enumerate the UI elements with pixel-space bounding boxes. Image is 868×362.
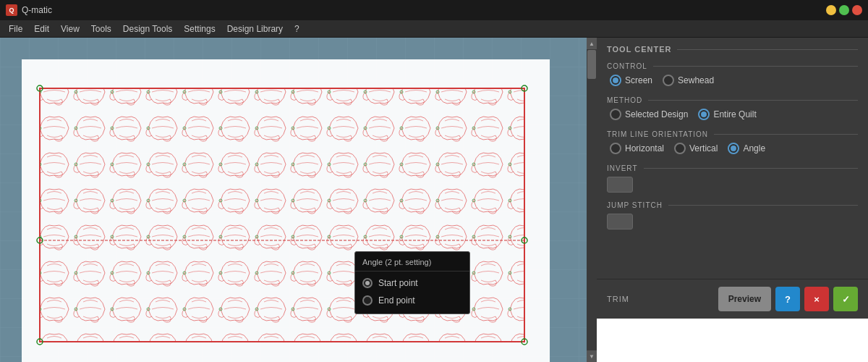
radio-sewhead-label: Sewhead [678,75,714,85]
menu-help[interactable]: ? [289,22,305,35]
radio-selected-circle[interactable] [610,109,621,120]
help-button[interactable]: ? [775,287,800,311]
method-label: METHOD [607,96,858,104]
control-label: CONTROL [607,62,858,70]
design-canvas: // This will be handled below with actua… [0,38,587,362]
radio-entire-circle[interactable] [698,109,710,120]
popup-end-label: End point [378,295,415,306]
radio-screen-label: Screen [625,75,652,85]
invert-toggle[interactable] [607,177,633,193]
radio-screen-circle[interactable] [610,75,621,86]
popup-end-point[interactable]: End point [355,292,469,309]
radio-horizontal-label: Horizontal [625,143,664,153]
cancel-button[interactable]: × [804,287,829,311]
window-controls: − □ × [826,5,862,15]
method-section: METHOD Selected Design Entire Quilt [597,92,868,126]
menu-file[interactable]: File [3,22,28,35]
scroll-down-arrow[interactable]: ▼ [587,350,597,362]
radio-angle[interactable]: Angle [728,143,765,154]
radio-vertical[interactable]: Vertical [674,143,718,154]
jump-stitch-section: JUMP STITCH [597,197,868,234]
radio-screen[interactable]: Screen [610,75,652,86]
menu-design-library[interactable]: Design Library [221,22,289,35]
jump-stitch-label: JUMP STITCH [607,201,858,209]
menubar: File Edit View Tools Design Tools Settin… [0,20,868,38]
close-button[interactable]: × [852,5,862,15]
titlebar: Q Q-matic − □ × [0,0,868,20]
popup-end-radio[interactable] [362,295,373,306]
tool-center-header: TOOL CENTER [597,38,868,58]
radio-selected-design[interactable]: Selected Design [610,109,688,120]
radio-entire-label: Entire Quilt [713,109,756,119]
radio-sewhead[interactable]: Sewhead [663,75,714,86]
radio-horizontal-circle[interactable] [610,143,621,154]
menu-edit[interactable]: Edit [28,22,55,35]
radio-entire-quilt[interactable]: Entire Quilt [698,109,756,120]
preview-button[interactable]: Preview [718,287,771,311]
radio-sewhead-circle[interactable] [663,75,674,86]
angle-popup-title: Angle (2 pt. setting) [355,256,469,272]
main-content: // This will be handled below with actua… [0,38,868,362]
popup-start-label: Start point [378,278,418,288]
popup-start-radio[interactable] [362,278,373,288]
scrollbar-right[interactable]: ▲ ▼ [587,38,597,362]
radio-horizontal[interactable]: Horizontal [610,143,664,154]
menu-settings[interactable]: Settings [178,22,221,35]
radio-angle-label: Angle [743,143,765,153]
scroll-thumb[interactable] [587,50,596,79]
white-area [597,319,868,362]
control-section: CONTROL Screen Sewhead [597,58,868,92]
angle-popup: Angle (2 pt. setting) Start point End po… [354,251,470,314]
menu-view[interactable]: View [55,22,85,35]
trim-orientation-label: TRIM LINE ORIENTATION [607,130,858,138]
maximize-button[interactable]: □ [839,5,849,15]
ok-button[interactable]: ✓ [833,287,858,311]
tool-panel: TOOL CENTER CONTROL Screen Sewhead METHO… [597,38,868,362]
invert-section: INVERT [597,160,868,197]
scroll-up-arrow[interactable]: ▲ [587,38,597,49]
scroll-track[interactable] [587,49,597,350]
trim-orientation-section: TRIM LINE ORIENTATION Horizontal Vertica… [597,126,868,160]
radio-vertical-label: Vertical [689,143,718,153]
tool-center-title: TOOL CENTER [607,45,671,54]
minimize-button[interactable]: − [826,5,836,15]
radio-vertical-circle[interactable] [674,143,686,154]
menu-tools[interactable]: Tools [85,22,117,35]
canvas-area[interactable]: // This will be handled below with actua… [0,38,587,362]
panel-footer: TRIM Preview ? × ✓ [597,279,868,319]
app-icon: Q [6,4,17,16]
method-radio-group: Selected Design Entire Quilt [607,109,858,120]
radio-angle-circle[interactable] [728,143,739,154]
menu-design-tools[interactable]: Design Tools [117,22,178,35]
trim-orientation-radio-group: Horizontal Vertical Angle [607,143,858,154]
app-title: Q-matic [22,5,826,15]
jump-stitch-toggle[interactable] [607,214,633,230]
radio-selected-label: Selected Design [625,109,688,119]
control-radio-group: Screen Sewhead [607,75,858,86]
trim-footer-label: TRIM [607,295,629,303]
invert-label: INVERT [607,164,858,172]
popup-start-point[interactable]: Start point [355,274,469,292]
